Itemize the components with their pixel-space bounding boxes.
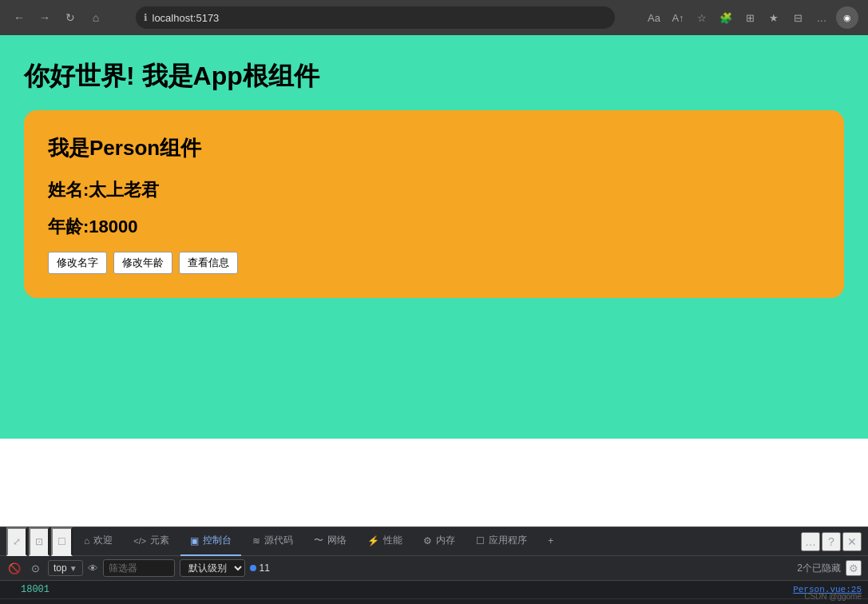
close-devtools-button[interactable]: ✕ bbox=[842, 532, 862, 551]
filter-input[interactable] bbox=[103, 559, 175, 577]
top-context-selector[interactable]: top ▼ bbox=[48, 560, 83, 576]
log-level-select[interactable]: 默认级别 bbox=[180, 559, 245, 577]
help-button[interactable]: ? bbox=[822, 532, 841, 551]
hidden-count: 2个已隐藏 ⚙ bbox=[797, 560, 862, 576]
person-buttons: 修改名字 修改年龄 查看信息 bbox=[48, 252, 820, 274]
application-icon: ☐ bbox=[476, 535, 485, 546]
network-icon: 〜 bbox=[314, 534, 323, 547]
person-age: 年龄:18000 bbox=[48, 215, 820, 239]
favorites-btn[interactable]: ☆ bbox=[692, 8, 711, 27]
tab-elements[interactable]: </> 元素 bbox=[124, 527, 179, 556]
person-title: 我是Person组件 bbox=[48, 134, 820, 162]
issues-dot bbox=[250, 565, 256, 571]
tab-console[interactable]: ▣ 控制台 bbox=[180, 527, 241, 556]
tab-welcome[interactable]: ⌂ 欢迎 bbox=[74, 527, 122, 556]
issues-count: 11 bbox=[260, 562, 270, 574]
devtools-tabs: ⤢ ⊡ ☐ ⌂ 欢迎 </> 元素 ▣ 控制台 ≋ 源代码 〜 网络 ⚡ bbox=[0, 527, 868, 556]
extensions-btn[interactable]: 🧩 bbox=[716, 8, 735, 27]
reader-btn[interactable]: A↑ bbox=[668, 8, 688, 27]
security-icon: ℹ bbox=[144, 12, 148, 23]
hidden-count-text: 2个已隐藏 bbox=[797, 562, 841, 575]
url-text: localhost:5173 bbox=[153, 12, 220, 24]
chevron-down-icon: ▼ bbox=[69, 564, 77, 573]
refresh-button[interactable]: ↻ bbox=[61, 8, 80, 27]
white-gap bbox=[0, 439, 868, 527]
devtools: ⤢ ⊡ ☐ ⌂ 欢迎 </> 元素 ▣ 控制台 ≋ 源代码 〜 网络 ⚡ bbox=[0, 527, 868, 604]
inspect-icon: ⊡ bbox=[35, 536, 43, 547]
watermark: CSDN @ggome bbox=[804, 592, 862, 601]
memory-icon: ⚙ bbox=[423, 535, 432, 546]
tab-sources[interactable]: ≋ 源代码 bbox=[243, 527, 303, 556]
tab-device[interactable]: ☐ bbox=[51, 527, 73, 556]
favorites-list-btn[interactable]: ★ bbox=[764, 8, 783, 27]
issues-indicator: 11 bbox=[250, 562, 270, 574]
console-message: 18001 bbox=[21, 584, 793, 595]
more-tools-button[interactable]: … bbox=[801, 532, 820, 551]
page-content: 你好世界! 我是App根组件 我是Person组件 姓名:太上老君 年龄:180… bbox=[0, 35, 868, 439]
home-button[interactable]: ⌂ bbox=[86, 8, 105, 27]
tab-network[interactable]: 〜 网络 bbox=[304, 527, 356, 556]
browser-actions: Aa A↑ ☆ 🧩 ⊞ ★ ⊟ … ◉ bbox=[644, 6, 858, 29]
person-name: 姓名:太上老君 bbox=[48, 178, 820, 202]
back-button[interactable]: ← bbox=[10, 8, 29, 27]
more-btn[interactable]: … bbox=[812, 8, 831, 27]
eye-icon: 👁 bbox=[88, 562, 98, 574]
performance-icon: ⚡ bbox=[367, 535, 379, 546]
console-row: 太白金星 Person.vue:21 bbox=[0, 599, 868, 604]
change-age-button[interactable]: 修改年龄 bbox=[113, 252, 172, 274]
collections-btn[interactable]: ⊟ bbox=[788, 8, 807, 27]
undock-icon: ⤢ bbox=[13, 536, 21, 547]
console-row: 18001 Person.vue:25 bbox=[0, 581, 868, 599]
sources-icon: ≋ bbox=[252, 535, 260, 546]
filter-toggle-button[interactable]: ⊙ bbox=[27, 560, 43, 576]
tab-performance[interactable]: ⚡ 性能 bbox=[358, 527, 412, 556]
console-toolbar: 🚫 ⊙ top ▼ 👁 默认级别 11 2个已隐藏 ⚙ bbox=[0, 556, 868, 581]
add-tab-icon: + bbox=[548, 535, 553, 546]
console-settings-button[interactable]: ⚙ bbox=[846, 560, 862, 576]
tab-inspect[interactable]: ⊡ bbox=[29, 527, 50, 556]
tab-add[interactable]: + bbox=[538, 527, 563, 556]
person-card: 我是Person组件 姓名:太上老君 年龄:18000 修改名字 修改年龄 查看… bbox=[24, 110, 844, 298]
forward-button[interactable]: → bbox=[35, 8, 54, 27]
page-title: 你好世界! 我是App根组件 bbox=[24, 59, 844, 94]
change-name-button[interactable]: 修改名字 bbox=[48, 252, 107, 274]
console-icon: ▣ bbox=[190, 535, 199, 546]
top-label: top bbox=[54, 562, 67, 574]
view-info-button[interactable]: 查看信息 bbox=[179, 252, 238, 274]
device-icon: ☐ bbox=[57, 536, 66, 547]
clear-console-button[interactable]: 🚫 bbox=[6, 560, 22, 576]
console-output: 18001 Person.vue:25 太白金星 Person.vue:21 太… bbox=[0, 581, 868, 604]
split-btn[interactable]: ⊞ bbox=[740, 8, 759, 27]
translate-btn[interactable]: Aa bbox=[644, 8, 664, 27]
welcome-icon: ⌂ bbox=[84, 535, 89, 546]
tab-application[interactable]: ☐ 应用程序 bbox=[466, 527, 537, 556]
tab-memory[interactable]: ⚙ 内存 bbox=[414, 527, 465, 556]
address-bar[interactable]: ℹ localhost:5173 bbox=[136, 6, 615, 29]
tab-dock-undock[interactable]: ⤢ bbox=[6, 527, 27, 556]
profile-btn[interactable]: ◉ bbox=[836, 6, 858, 29]
elements-icon: </> bbox=[133, 536, 146, 546]
browser-chrome: ← → ↻ ⌂ ℹ localhost:5173 Aa A↑ ☆ 🧩 ⊞ ★ ⊟… bbox=[0, 0, 868, 35]
